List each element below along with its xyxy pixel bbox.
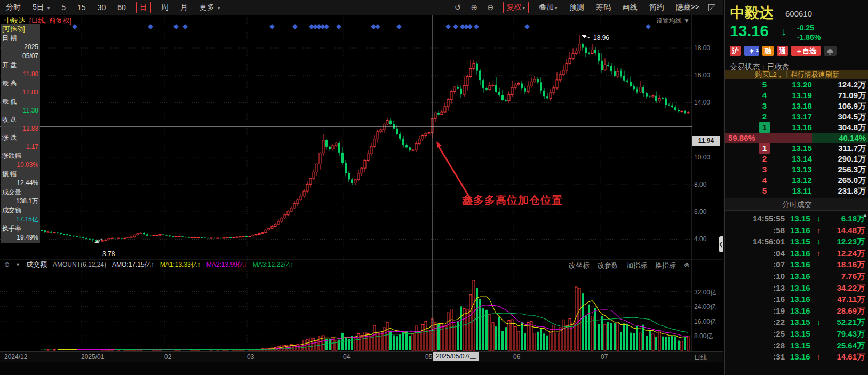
tool-加指标[interactable]: 加指标 — [626, 261, 647, 270]
amount-axis-label: 8.00亿 — [694, 332, 721, 341]
level-volume: 256.3万 — [813, 164, 866, 175]
level-volume: 106.9万 — [813, 101, 866, 111]
period-button-日[interactable]: 日 — [136, 2, 151, 13]
tape-volume: 7.76万 — [811, 270, 865, 282]
order-book-row[interactable]: 313.13256.3万 — [725, 164, 868, 175]
chart-tools: ↺ ⊕ ⊖ 复权▾叠加▾预测筹码画线简约隐藏>> — [450, 0, 719, 15]
level-volume: 265.0万 — [813, 175, 866, 186]
level-volume: 124.2万 — [813, 79, 866, 90]
info-value: 2025 — [1, 43, 40, 52]
date-axis-label: 07 — [601, 353, 608, 361]
info-value: 19.49% — [1, 233, 40, 242]
badge-sh: 沪 — [730, 46, 741, 56]
l2-promo-banner[interactable]: 购买L2，十档行情极速刷新 — [725, 70, 868, 79]
fullscreen-icon[interactable] — [708, 4, 715, 11]
crosshair-date-tag: 2025/05/07/三 — [433, 352, 479, 361]
tape-volume: 6.18万 — [811, 213, 865, 225]
level-index: 1 — [759, 122, 770, 133]
order-book-row[interactable]: 313.18106.9万 — [725, 101, 868, 111]
tape-price: 13.16 — [790, 270, 810, 282]
tape-volume: 47.11万 — [811, 293, 865, 305]
panel-collapse-handle[interactable]: ❮ — [719, 236, 723, 252]
date-axis-label: 05 — [425, 353, 432, 361]
period-button-更多[interactable]: 更多 ▾ — [200, 3, 220, 12]
price-direction-icon: ↓ — [781, 26, 786, 38]
tape-time: :28 — [725, 340, 785, 352]
info-value: 11.38 — [1, 106, 40, 115]
low-price-annotation: 3.78 — [102, 250, 115, 258]
tape-time: :22 — [725, 316, 785, 328]
add-watchlist-button[interactable]: ＋自选 — [791, 46, 821, 56]
period-axis-label: 日线 — [694, 353, 707, 362]
tool-改坐标[interactable]: 改坐标 — [569, 261, 590, 270]
period-button-月[interactable]: 月 — [180, 3, 188, 12]
dropdown-icon[interactable]: ▼ — [15, 262, 20, 267]
order-book-row[interactable]: 513.20124.2万 — [725, 79, 868, 90]
date-axis: 2024/122025/010203040506072025/05/07/三日线 — [0, 351, 723, 362]
tape-volume: 28.69万 — [811, 305, 865, 317]
zoom-in-icon[interactable]: ⊕ — [471, 3, 477, 12]
tool-button-简约[interactable]: 简约 — [649, 3, 664, 12]
chevron-down-icon: ▾ — [523, 5, 525, 11]
tape-row: 14:55:5513.15↓6.18万 — [725, 213, 868, 225]
period-button-5[interactable]: 5 — [61, 3, 66, 12]
tape-row: :2213.15↓52.21万 — [725, 316, 868, 328]
tape-volume: 25.64万 — [811, 340, 865, 352]
candlestick-chart[interactable] — [0, 15, 723, 362]
period-button-5日[interactable]: 5日 ▾ — [33, 3, 50, 12]
info-label: 振 幅 — [1, 170, 40, 179]
info-label: 涨跌幅 — [1, 151, 40, 161]
indicator-formula: AMOUNT(6,12,24) — [53, 261, 106, 268]
order-book-row[interactable]: 113.15311.7万 — [725, 143, 868, 154]
period-button-30[interactable]: 30 — [98, 3, 106, 12]
tape-time: 14:56:01 — [725, 236, 785, 248]
close-indicator-icon[interactable]: ⊗ — [684, 261, 690, 270]
period-button-60[interactable]: 60 — [117, 3, 126, 12]
tape-price: 13.16 — [790, 225, 810, 236]
info-value: 1.17 — [1, 142, 40, 151]
draggable-info-panel[interactable]: [可拖动]日 期202505/07开 盘11.80最 高12.83最 低11.3… — [1, 24, 40, 243]
order-book-row[interactable]: 413.1971.09万 — [725, 90, 868, 101]
tape-price: 13.16 — [790, 282, 810, 294]
chevron-down-icon: ▾ — [47, 5, 50, 11]
tool-button-叠加[interactable]: 叠加▾ — [539, 3, 558, 12]
tape-time: :19 — [725, 305, 785, 317]
order-book-row[interactable]: 213.17304.5万 — [725, 111, 868, 122]
tool-button-预测[interactable]: 预测 — [569, 3, 584, 12]
callout-annotation: 鑫多多高位加仓位置 — [462, 193, 563, 208]
order-book-row[interactable]: 113.16304.8万 — [725, 122, 868, 133]
tape-price: 13.16 — [790, 259, 810, 270]
tape-price: 13.16 — [790, 351, 810, 363]
chart-region[interactable]: 中毅达 [日线, 前复权] 设置均线 ▼ [可拖动]日 期202505/07开 … — [0, 15, 723, 362]
tape-time: :31 — [725, 351, 785, 363]
tool-改参数[interactable]: 改参数 — [598, 261, 618, 270]
tool-换指标[interactable]: 换指标 — [655, 261, 676, 270]
amount-ma-item: AMO:17.15亿↑ — [112, 260, 154, 269]
tool-button-筹码[interactable]: 筹码 — [596, 3, 611, 12]
price-change-pct: -1.86% — [797, 33, 821, 42]
ma-settings-button[interactable]: 设置均线 ▼ — [656, 17, 690, 26]
tool-button-复权[interactable]: 复权▾ — [503, 2, 529, 13]
period-toolbar: 分时5日 ▾5153060日周月更多 ▾ ↺ ⊕ ⊖ 复权▾叠加▾预测筹码画线简… — [0, 0, 723, 15]
period-button-分时[interactable]: 分时 — [6, 3, 21, 12]
undo-icon[interactable]: ↺ — [455, 3, 461, 12]
period-button-周[interactable]: 周 — [161, 3, 169, 12]
period-button-15[interactable]: 15 — [77, 3, 86, 12]
tape-volume: 12.23万 — [811, 236, 865, 248]
info-label: 最 高 — [1, 79, 40, 88]
tape-volume: 34.22万 — [811, 282, 865, 294]
collapse-icon[interactable]: ⊕ — [4, 261, 10, 268]
last-price: 13.16 — [730, 22, 769, 40]
order-book-row[interactable]: 513.11231.8万 — [725, 186, 868, 196]
tool-button-画线[interactable]: 画线 — [623, 3, 638, 12]
zoom-out-icon[interactable]: ⊖ — [487, 3, 494, 12]
order-book-row[interactable]: 413.12265.0万 — [725, 175, 868, 186]
tool-button-隐藏>>[interactable]: 隐藏>> — [676, 3, 699, 12]
order-book-row[interactable]: 213.14290.1万 — [725, 154, 868, 164]
info-label: 涨 跌 — [1, 133, 40, 142]
tape-row: :5813.16↑14.48万 — [725, 225, 868, 236]
lightning-badge-icon: 1 — [744, 46, 759, 56]
info-label: 换手率 — [1, 224, 40, 233]
badge-tong: 通 — [777, 46, 788, 56]
alert-bell-icon[interactable] — [824, 46, 837, 56]
